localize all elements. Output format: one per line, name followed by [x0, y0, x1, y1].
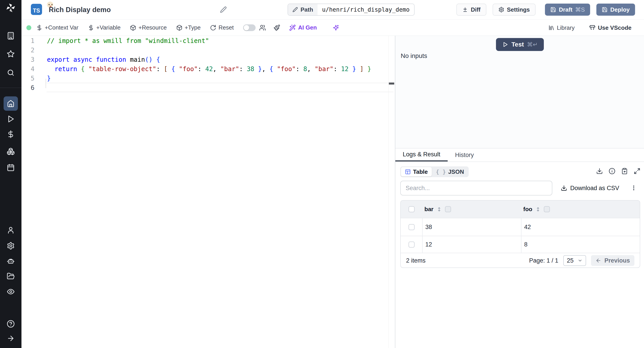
format-paintbrush-icon[interactable]: [274, 24, 280, 31]
sidebar-item-folders-icon[interactable]: [0, 272, 22, 280]
table-header-row: bar foo: [401, 200, 640, 218]
editor-toolbar: +Context Var +Variable +Resource +Type R…: [22, 20, 644, 36]
table-cell: [401, 236, 422, 253]
logs-section: Logs & Result History Table { } JSON: [395, 148, 644, 348]
favorites-star-icon[interactable]: [0, 50, 22, 58]
add-type-button[interactable]: +Type: [176, 24, 201, 31]
view-toggle-json[interactable]: { } JSON: [432, 167, 468, 176]
add-variable-label: +Variable: [96, 24, 121, 31]
indent-guide: [46, 79, 46, 88]
diff-button[interactable]: Diff: [456, 4, 486, 16]
line-number: 1: [22, 36, 34, 46]
info-icon[interactable]: [609, 168, 616, 174]
previous-page-button[interactable]: Previous: [591, 255, 634, 266]
code-token: "foo": [179, 65, 198, 73]
sidebar-item-users-icon[interactable]: [0, 226, 22, 234]
code-editor[interactable]: 1 2 3 4 5 6 // import * as wmill from "w…: [22, 36, 395, 348]
table-cell: 42: [521, 218, 640, 236]
sidebar-item-settings-gear-icon[interactable]: [0, 242, 22, 250]
more-options-kebab-icon[interactable]: [629, 184, 638, 192]
download-csv-button[interactable]: Download as CSV: [561, 181, 619, 196]
sidebar-item-schedules-calendar-icon[interactable]: [0, 164, 22, 172]
tab-history[interactable]: History: [448, 148, 481, 162]
code-token: 38: [247, 65, 254, 73]
sidebar-item-workers-bot-icon[interactable]: [0, 257, 22, 265]
download-icon: [561, 185, 567, 191]
collapse-arrow-icon[interactable]: [0, 334, 22, 342]
add-resource-label: +Resource: [138, 24, 166, 31]
code-token: ]: [360, 65, 364, 73]
table-cell: 12: [422, 236, 521, 253]
view-toggle-table[interactable]: Table: [401, 167, 432, 176]
table-header-cell: bar: [422, 200, 521, 218]
table-cell: [401, 218, 422, 236]
library-button[interactable]: Library: [548, 24, 574, 31]
test-shortcut: ⌘↵: [527, 41, 538, 48]
help-icon[interactable]: [0, 320, 22, 328]
code-token: "bar": [314, 65, 334, 73]
dollar-icon: [88, 24, 94, 31]
sidebar-item-home[interactable]: [4, 96, 18, 111]
use-vscode-button[interactable]: Use VScode: [589, 24, 632, 31]
page-size-select[interactable]: 25: [563, 255, 586, 266]
sidebar-item-runs-play-icon[interactable]: [0, 115, 22, 123]
sidebar-item-resources-boxes-icon[interactable]: [0, 148, 22, 156]
scrollbar-cursor-marker[interactable]: [389, 82, 394, 84]
code-token: :: [239, 65, 247, 73]
test-label: Test: [512, 41, 524, 48]
expand-icon[interactable]: [634, 168, 640, 174]
sidebar: [0, 0, 22, 348]
diff-mode-toggle[interactable]: [243, 24, 256, 31]
row-checkbox[interactable]: [408, 242, 414, 248]
code-token: "foo": [277, 65, 296, 73]
edit-title-pencil-icon[interactable]: [220, 6, 227, 13]
sort-icon[interactable]: [535, 207, 541, 212]
sidebar-item-audit-eye-icon[interactable]: [0, 288, 22, 296]
windmill-logo[interactable]: [0, 3, 22, 13]
code-token: :: [334, 65, 341, 73]
sort-icon[interactable]: [436, 207, 442, 212]
ai-gen-button[interactable]: AI Gen: [289, 24, 317, 31]
settings-button[interactable]: Settings: [492, 4, 536, 16]
code-line-4: return { "table-row-object": [ { "foo": …: [47, 64, 371, 74]
sparkles-icon[interactable]: [332, 24, 339, 31]
workspace-icon[interactable]: [0, 32, 22, 40]
chevron-down-icon: [578, 258, 582, 263]
code-token: [348, 65, 352, 73]
save-icon: [602, 7, 608, 12]
search-icon[interactable]: [0, 69, 22, 77]
code-token: main: [130, 56, 145, 63]
add-variable-button[interactable]: +Variable: [88, 24, 121, 31]
download-icon[interactable]: [596, 168, 603, 174]
row-checkbox[interactable]: [408, 224, 414, 230]
add-resource-button[interactable]: +Resource: [130, 24, 166, 31]
draft-button[interactable]: Draft ⌘S: [545, 4, 590, 16]
library-icon: [548, 24, 554, 31]
code-token: }: [368, 65, 371, 73]
deploy-button[interactable]: Deploy: [596, 4, 635, 16]
column-header-foo: foo: [523, 206, 532, 213]
test-button[interactable]: Test ⌘↵: [496, 38, 544, 51]
arrow-left-icon: [596, 258, 601, 264]
code-token: [254, 65, 258, 73]
package-icon: [130, 24, 136, 31]
library-label: Library: [557, 24, 574, 31]
multiplayer-users-icon[interactable]: [259, 24, 266, 31]
pencil-icon: [292, 7, 298, 12]
path-button[interactable]: Path u/henri/rich_display_demo: [288, 4, 414, 16]
sidebar-item-variables-dollar-icon[interactable]: [0, 130, 22, 138]
run-section: Test ⌘↵ No inputs: [395, 36, 644, 148]
magic-wand-icon: [289, 24, 296, 31]
tab-logs-result[interactable]: Logs & Result: [395, 148, 448, 162]
line-number: 3: [22, 55, 34, 64]
column-filter-checkbox[interactable]: [544, 206, 550, 212]
select-all-checkbox[interactable]: [408, 206, 414, 212]
clipboard-copy-icon[interactable]: [621, 168, 628, 174]
search-input[interactable]: [400, 181, 552, 196]
path-label-segment: Path: [288, 4, 318, 15]
code-token: :: [156, 65, 164, 73]
column-filter-checkbox[interactable]: [445, 206, 451, 212]
add-context-var-button[interactable]: +Context Var: [36, 24, 78, 31]
reset-button[interactable]: Reset: [210, 24, 234, 31]
previous-label: Previous: [604, 257, 630, 264]
